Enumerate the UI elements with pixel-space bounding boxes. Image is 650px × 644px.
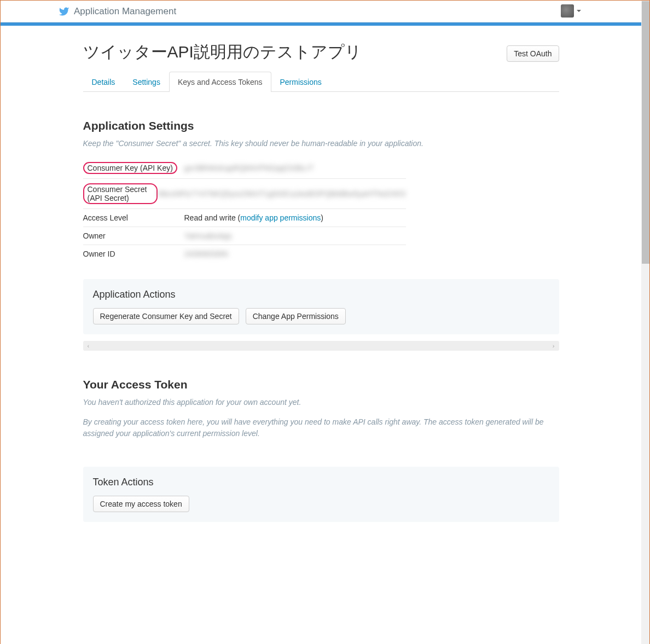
app-settings-heading: Application Settings	[83, 119, 559, 132]
twitter-bird-icon	[59, 6, 69, 17]
token-actions-well: Token Actions Create my access token	[83, 467, 559, 522]
access-level-label: Access Level	[83, 213, 184, 222]
row-owner-id: Owner ID 243999330N	[83, 245, 406, 263]
row-owner: Owner YatmuabsApp	[83, 227, 406, 245]
consumer-key-label: Consumer Key (API Key)	[83, 162, 177, 174]
token-actions-heading: Token Actions	[93, 477, 549, 488]
top-nav: Application Management	[1, 1, 641, 22]
consumer-secret-label: Consumer Secret (API Secret)	[83, 183, 158, 204]
consumer-key-value: gxr3BhWsKapRQkNVPNGqqCk3bLrT	[184, 164, 314, 172]
access-level-value: Read and write (modify app permissions)	[184, 213, 323, 222]
tab-keys-tokens[interactable]: Keys and Access Tokens	[169, 72, 271, 92]
app-actions-heading: Application Actions	[93, 289, 549, 300]
owner-id-label: Owner ID	[83, 250, 184, 258]
application-settings-section: Application Settings Keep the "Consumer …	[83, 119, 559, 351]
tabs: Details Settings Keys and Access Tokens …	[83, 72, 559, 92]
scrollbar-thumb[interactable]	[642, 1, 650, 264]
access-token-desc1: You haven't authorized this application …	[83, 397, 559, 408]
owner-value: YatmuabsApp	[184, 231, 232, 240]
tab-permissions[interactable]: Permissions	[271, 72, 330, 92]
vertical-scrollbar[interactable]: ▴	[641, 1, 650, 644]
owner-id-value: 243999330N	[184, 250, 228, 258]
user-menu[interactable]	[561, 4, 581, 18]
access-token-desc2: By creating your access token here, you …	[83, 416, 559, 439]
settings-table: Consumer Key (API Key) gxr3BhWsKapRQkNVP…	[83, 158, 406, 263]
tab-settings[interactable]: Settings	[124, 72, 169, 92]
horizontal-scroll-hint[interactable]: ‹ ›	[83, 341, 559, 351]
application-actions-well: Application Actions Regenerate Consumer …	[83, 279, 559, 334]
app-settings-desc: Keep the "Consumer Secret" a secret. Thi…	[83, 138, 559, 149]
consumer-secret-value: NbcsNFtz7Y47NKQ5ysx2WmT1g543CaJwsBOPQBdd…	[158, 189, 406, 198]
change-permissions-button[interactable]: Change App Permissions	[246, 308, 346, 324]
regenerate-key-button[interactable]: Regenerate Consumer Key and Secret	[93, 308, 239, 324]
page-title: ツイッターAPI説明用のテストアプリ	[83, 42, 362, 62]
chevron-left-icon: ‹	[88, 343, 90, 349]
access-token-section: Your Access Token You haven't authorized…	[83, 378, 559, 522]
chevron-down-icon	[577, 10, 581, 12]
modify-permissions-link[interactable]: modify app permissions	[240, 213, 321, 222]
create-access-token-button[interactable]: Create my access token	[93, 496, 189, 512]
row-consumer-key: Consumer Key (API Key) gxr3BhWsKapRQkNVP…	[83, 158, 406, 179]
tab-details[interactable]: Details	[83, 72, 124, 92]
avatar	[561, 4, 574, 18]
row-access-level: Access Level Read and write (modify app …	[83, 209, 406, 227]
chevron-right-icon: ›	[553, 343, 555, 349]
nav-title[interactable]: Application Management	[74, 6, 176, 17]
owner-label: Owner	[83, 231, 184, 240]
row-consumer-secret: Consumer Secret (API Secret) NbcsNFtz7Y4…	[83, 179, 406, 209]
access-token-heading: Your Access Token	[83, 378, 559, 391]
test-oauth-button[interactable]: Test OAuth	[507, 45, 559, 62]
